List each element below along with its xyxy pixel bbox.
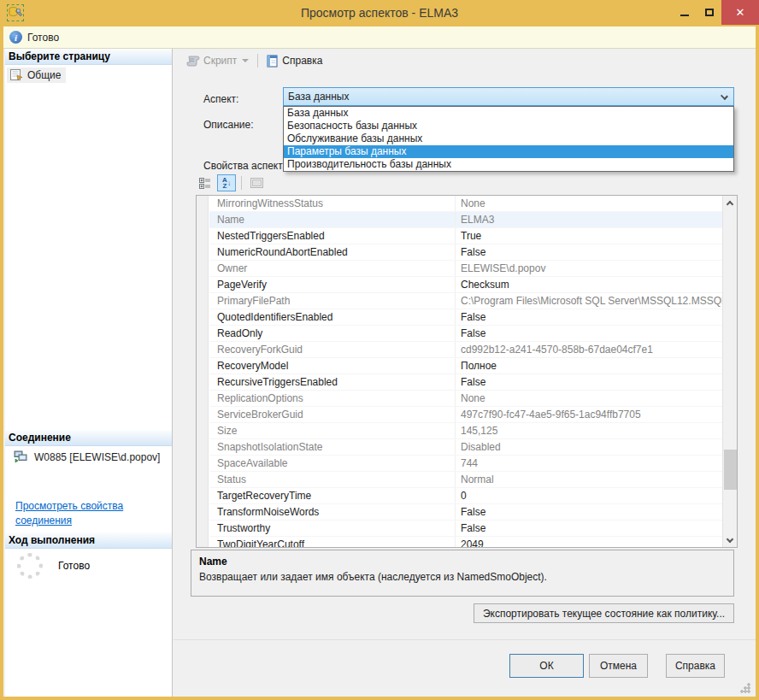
property-row[interactable]: TrustworthyFalse: [209, 521, 722, 537]
scroll-thumb[interactable]: [724, 450, 737, 490]
aspect-option[interactable]: Безопасность базы данных: [284, 120, 733, 132]
property-row[interactable]: NumericRoundAbortEnabledFalse: [209, 244, 722, 261]
property-row[interactable]: SnapshotIsolationStateDisabled: [209, 439, 722, 456]
property-row[interactable]: MirroringWitnessStatusNone: [209, 196, 722, 212]
cancel-button[interactable]: Отмена: [589, 654, 648, 678]
property-row[interactable]: QuotedIdentifiersEnabledFalse: [209, 309, 722, 326]
property-name: TargetRecoveryTime: [209, 488, 456, 503]
scroll-down-icon[interactable]: [727, 537, 733, 544]
property-row[interactable]: TwoDigitYearCutoff2049: [209, 537, 722, 547]
property-name: PrimaryFilePath: [209, 293, 456, 309]
property-value[interactable]: False: [456, 374, 722, 390]
property-value[interactable]: Disabled: [456, 439, 722, 455]
property-value[interactable]: False: [456, 504, 722, 520]
property-value[interactable]: ELMA3: [456, 212, 722, 227]
view-connection-properties-link[interactable]: Просмотреть свойства соединения: [15, 499, 150, 528]
categorized-view-button[interactable]: [196, 174, 215, 191]
property-row[interactable]: Size145,125: [209, 423, 722, 439]
property-value[interactable]: Normal: [456, 472, 722, 487]
aspect-option[interactable]: Обслуживание базы данных: [284, 132, 733, 145]
window-title: Просмотр аспектов - ELMA3: [0, 6, 759, 20]
help-button[interactable]: Справка: [262, 52, 327, 70]
property-name: ReadOnly: [209, 326, 456, 341]
property-value[interactable]: False: [456, 244, 722, 260]
connection-item: W0885 [ELEWISE\d.popov]: [14, 450, 160, 463]
aspect-option[interactable]: База данных: [284, 107, 733, 120]
grid-toolbar-separator: [241, 176, 242, 190]
property-name: Trustworthy: [209, 521, 456, 536]
help-icon: [267, 55, 279, 68]
property-value[interactable]: Полное: [456, 358, 722, 374]
property-name: Status: [209, 472, 456, 487]
property-row[interactable]: ReadOnlyFalse: [209, 326, 722, 342]
property-row[interactable]: RecoveryModelПолное: [209, 358, 722, 374]
property-name: RecoveryModel: [209, 358, 456, 374]
aspect-option[interactable]: Производительность базы данных: [284, 158, 733, 171]
property-row[interactable]: RecursiveTriggersEnabledFalse: [209, 374, 722, 391]
property-value[interactable]: None: [456, 391, 722, 406]
property-row[interactable]: NameELMA3: [209, 212, 722, 228]
property-row[interactable]: ReplicationOptionsNone: [209, 391, 722, 407]
maximize-button[interactable]: [697, 0, 721, 25]
grid-scrollbar[interactable]: [722, 196, 737, 547]
property-row[interactable]: PrimaryFilePathC:\Program Files\Microsof…: [209, 293, 722, 309]
property-pages-button[interactable]: [247, 174, 266, 191]
connection-header: Соединение: [5, 430, 172, 446]
grid-gutter: [197, 196, 209, 547]
property-name: RecursiveTriggersEnabled: [209, 374, 456, 390]
property-row[interactable]: PageVerifyChecksum: [209, 277, 722, 293]
property-value[interactable]: 145,125: [456, 423, 722, 438]
property-value[interactable]: False: [456, 309, 722, 325]
help-footer-button[interactable]: Справка: [666, 654, 725, 678]
property-value[interactable]: 744: [456, 456, 722, 471]
property-name: TransformNoiseWords: [209, 504, 456, 520]
footer-divider: [174, 639, 756, 640]
property-row[interactable]: TargetRecoveryTime0: [209, 488, 722, 504]
toolbar-separator: [257, 54, 258, 68]
sidebar-item-general[interactable]: Общие: [7, 68, 66, 83]
property-row[interactable]: RecoveryForkGuidcd992b12-a241-4570-858b-…: [209, 342, 722, 358]
property-value[interactable]: True: [456, 228, 722, 244]
script-button[interactable]: Скрипт: [182, 52, 253, 69]
aspect-combobox[interactable]: База данных: [283, 87, 734, 106]
property-value[interactable]: cd992b12-a241-4570-858b-67dae04cf7e1: [456, 342, 722, 357]
property-value[interactable]: 0: [456, 488, 722, 503]
property-row[interactable]: TransformNoiseWordsFalse: [209, 504, 722, 521]
progress-header: Ход выполнения: [5, 532, 172, 549]
pages-header: Выберите страницу: [5, 49, 172, 65]
property-row[interactable]: SpaceAvailable744: [209, 456, 722, 472]
property-value[interactable]: None: [456, 196, 722, 211]
property-pages-icon: [250, 178, 263, 188]
property-row[interactable]: NestedTriggersEnabledTrue: [209, 228, 722, 244]
property-name: Size: [209, 423, 456, 438]
property-value[interactable]: 497c7f90-fc47-4ae5-9f65-1ac94ffb7705: [456, 407, 722, 422]
ok-button[interactable]: ОК: [509, 654, 584, 678]
scroll-up-icon[interactable]: [727, 199, 733, 206]
progress-spinner-icon: [17, 553, 43, 579]
export-policy-button[interactable]: Экспортировать текущее состояние как пол…: [474, 603, 734, 623]
property-name: RecoveryForkGuid: [209, 342, 456, 357]
property-value[interactable]: Checksum: [456, 277, 722, 292]
property-description-text: Возвращает или задает имя объекта (насле…: [199, 571, 726, 583]
property-value[interactable]: ELEWISE\d.popov: [456, 261, 722, 276]
script-dropdown-arrow-icon: [242, 59, 249, 62]
property-row[interactable]: OwnerELEWISE\d.popov: [209, 261, 722, 277]
help-label: Справка: [282, 55, 322, 67]
property-value[interactable]: C:\Program Files\Microsoft SQL Server\MS…: [456, 293, 722, 309]
alphabetical-sort-button[interactable]: AZ ↓: [217, 174, 236, 191]
property-name: ReplicationOptions: [209, 391, 456, 406]
aspect-option[interactable]: Параметры базы данных: [284, 145, 733, 158]
server-icon: [14, 450, 28, 463]
resize-grip[interactable]: [740, 683, 750, 693]
property-row[interactable]: ServiceBrokerGuid497c7f90-fc47-4ae5-9f65…: [209, 407, 722, 423]
close-button[interactable]: ✕: [721, 0, 759, 25]
property-value[interactable]: False: [456, 521, 722, 536]
property-value[interactable]: False: [456, 326, 722, 341]
property-row[interactable]: StatusNormal: [209, 472, 722, 488]
minimize-button[interactable]: [672, 0, 697, 25]
script-icon: [186, 55, 200, 67]
property-name: SnapshotIsolationState: [209, 439, 456, 455]
dialog-body: Выберите страницу Общие Соединение: [3, 49, 756, 697]
property-name: QuotedIdentifiersEnabled: [209, 309, 456, 325]
property-value[interactable]: 2049: [456, 537, 722, 547]
